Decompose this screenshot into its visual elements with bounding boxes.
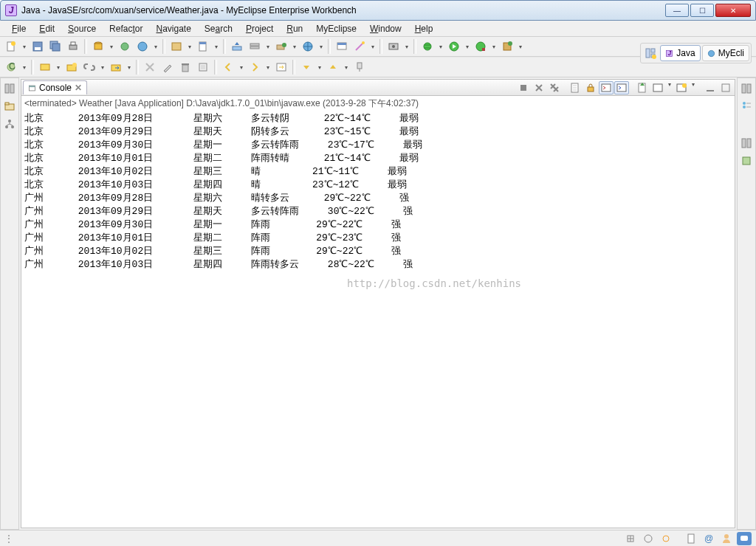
dropdown-icon[interactable]: ▾ <box>464 44 471 50</box>
db-tool-button[interactable] <box>90 38 106 55</box>
new-folder-button[interactable] <box>63 59 80 75</box>
mark-button[interactable] <box>142 59 158 75</box>
close-button[interactable]: ✕ <box>715 4 751 17</box>
dropdown-icon[interactable]: ▾ <box>517 44 524 50</box>
console-tab[interactable]: Console ✕ <box>23 80 87 94</box>
show-console-output-button[interactable] <box>599 81 614 94</box>
css-button[interactable] <box>195 38 211 55</box>
tray-item2-icon[interactable] <box>641 532 656 545</box>
run-button[interactable] <box>446 38 462 55</box>
web-button[interactable] <box>334 38 350 55</box>
restore-view-right2-icon[interactable] <box>740 137 752 149</box>
server-button[interactable] <box>247 38 263 55</box>
screenshot-button[interactable] <box>385 38 402 55</box>
browser-button[interactable] <box>300 38 316 55</box>
menu-help[interactable]: Help <box>409 22 439 35</box>
dropdown-icon[interactable]: ▾ <box>21 64 28 71</box>
open-perspective-button[interactable] <box>642 45 659 61</box>
clear-console-button[interactable] <box>568 81 583 94</box>
delete-button[interactable] <box>177 59 193 75</box>
tray-tip-icon[interactable] <box>737 532 752 545</box>
scroll-lock-button[interactable] <box>583 81 598 94</box>
jsp-button[interactable] <box>168 38 185 55</box>
spring-tool-button[interactable] <box>117 38 133 55</box>
dropdown-icon[interactable]: ▾ <box>437 44 444 50</box>
remove-launch-button[interactable] <box>532 81 546 94</box>
dropdown-icon[interactable]: ▾ <box>99 64 106 71</box>
maximize-button[interactable]: ☐ <box>690 4 714 17</box>
menu-source[interactable]: Source <box>62 22 102 35</box>
dropdown-icon[interactable]: ▾ <box>690 81 697 94</box>
menu-refactor[interactable]: Refactor <box>103 22 148 35</box>
pkg-button[interactable] <box>499 38 515 55</box>
next-ann-button[interactable] <box>325 59 341 75</box>
menu-edit[interactable]: Edit <box>33 22 61 35</box>
globe-tool-button[interactable] <box>134 38 151 55</box>
restore-view-icon[interactable] <box>4 83 16 94</box>
edit-button[interactable] <box>159 59 176 75</box>
open-task-button[interactable] <box>37 59 53 75</box>
wand-button[interactable] <box>351 38 368 55</box>
dropdown-icon[interactable]: ▾ <box>316 64 323 71</box>
tray-at-icon[interactable]: @ <box>701 532 716 545</box>
task-list-icon[interactable] <box>740 155 752 167</box>
maximize-view-button[interactable] <box>718 81 733 94</box>
dropdown-icon[interactable]: ▾ <box>186 44 193 50</box>
dropdown-icon[interactable]: ▾ <box>317 44 325 50</box>
dropdown-icon[interactable]: ▾ <box>264 44 272 50</box>
forward-button[interactable] <box>247 59 263 75</box>
dropdown-icon[interactable]: ▾ <box>238 64 245 71</box>
dropdown-icon[interactable]: ▾ <box>264 64 272 71</box>
menu-project[interactable]: Project <box>240 22 279 35</box>
dropdown-icon[interactable]: ▾ <box>403 44 410 50</box>
minimize-button[interactable]: — <box>665 4 689 17</box>
print-button[interactable] <box>65 38 81 55</box>
tray-doc-icon[interactable] <box>684 532 698 545</box>
dropdown-icon[interactable]: ▾ <box>343 64 350 71</box>
pin-button[interactable] <box>351 59 368 75</box>
minimize-view-button[interactable] <box>703 81 718 94</box>
tray-item1-icon[interactable] <box>623 532 638 545</box>
dropdown-icon[interactable]: ▾ <box>213 44 220 50</box>
remove-all-button[interactable] <box>547 81 562 94</box>
perspective-java[interactable]: J Java <box>660 45 700 61</box>
menu-navigate[interactable]: Navigate <box>150 22 196 35</box>
display-selected-button[interactable] <box>650 81 665 94</box>
show-in-button[interactable] <box>273 59 289 75</box>
deploy-button[interactable] <box>229 38 245 55</box>
toggle-button[interactable] <box>195 59 211 75</box>
tray-sync-icon[interactable] <box>659 532 673 545</box>
dropdown-icon[interactable]: ▾ <box>369 44 377 50</box>
pin-console-button[interactable] <box>635 81 650 94</box>
dropdown-icon[interactable]: ▾ <box>291 44 298 50</box>
dropdown-icon[interactable]: ▾ <box>55 64 62 71</box>
console-output[interactable]: 北京 2013年09月28日 星期六 多云转阴 22℃~14℃ 最弱 北京 20… <box>21 111 735 528</box>
launch-button[interactable] <box>273 38 289 55</box>
dropdown-icon[interactable]: ▾ <box>126 64 133 71</box>
menu-run[interactable]: Run <box>281 22 309 35</box>
back-button[interactable] <box>220 59 236 75</box>
dropdown-icon[interactable]: ▾ <box>490 44 498 50</box>
tray-person-icon[interactable] <box>719 532 734 545</box>
dropdown-icon[interactable]: ▾ <box>21 44 28 50</box>
dropdown-icon[interactable]: ▾ <box>108 44 115 50</box>
perspective-myeclipse[interactable]: MyEcli <box>702 45 749 61</box>
menu-file[interactable]: File <box>6 22 32 35</box>
open-console-button[interactable] <box>674 81 689 94</box>
save-button[interactable] <box>30 38 46 55</box>
menu-search[interactable]: Search <box>199 22 238 35</box>
dropdown-icon[interactable]: ▾ <box>152 44 159 50</box>
menu-myeclipse[interactable]: MyEclipse <box>310 22 362 35</box>
prev-ann-button[interactable] <box>298 59 315 75</box>
menu-window[interactable]: Window <box>364 22 408 35</box>
terminate-button[interactable] <box>516 81 531 94</box>
debug-button[interactable] <box>419 38 436 55</box>
package-explorer-icon[interactable] <box>4 100 16 112</box>
hierarchy-icon[interactable] <box>4 118 16 130</box>
link-button[interactable] <box>81 59 97 75</box>
dropdown-icon[interactable]: ▾ <box>666 81 673 94</box>
open-type-button[interactable]: C <box>3 59 19 75</box>
open-folder-button[interactable] <box>108 59 124 75</box>
ext-tools-button[interactable] <box>472 38 489 55</box>
show-console-error-button[interactable] <box>614 81 629 94</box>
